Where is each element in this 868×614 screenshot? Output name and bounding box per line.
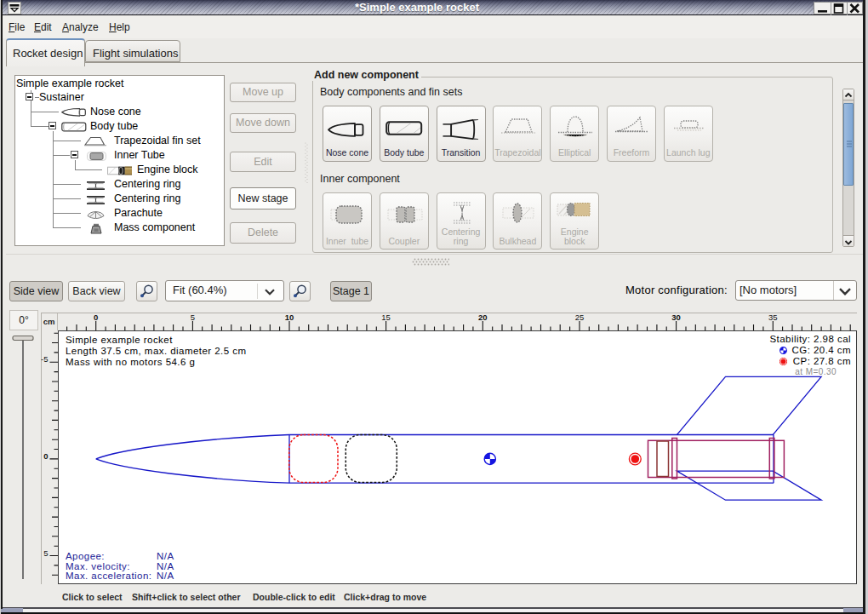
svg-text:-5: -5 bbox=[41, 354, 48, 364]
svg-text:0: 0 bbox=[43, 451, 48, 461]
svg-text:0: 0 bbox=[94, 313, 98, 322]
svg-text:30: 30 bbox=[671, 313, 681, 322]
svg-text:5: 5 bbox=[43, 548, 48, 558]
svg-text:25: 25 bbox=[575, 313, 585, 322]
svg-text:35: 35 bbox=[768, 313, 778, 322]
svg-text:20: 20 bbox=[478, 313, 488, 322]
svg-text:15: 15 bbox=[381, 313, 391, 322]
svg-text:5: 5 bbox=[191, 313, 195, 322]
svg-text:10: 10 bbox=[285, 313, 294, 322]
